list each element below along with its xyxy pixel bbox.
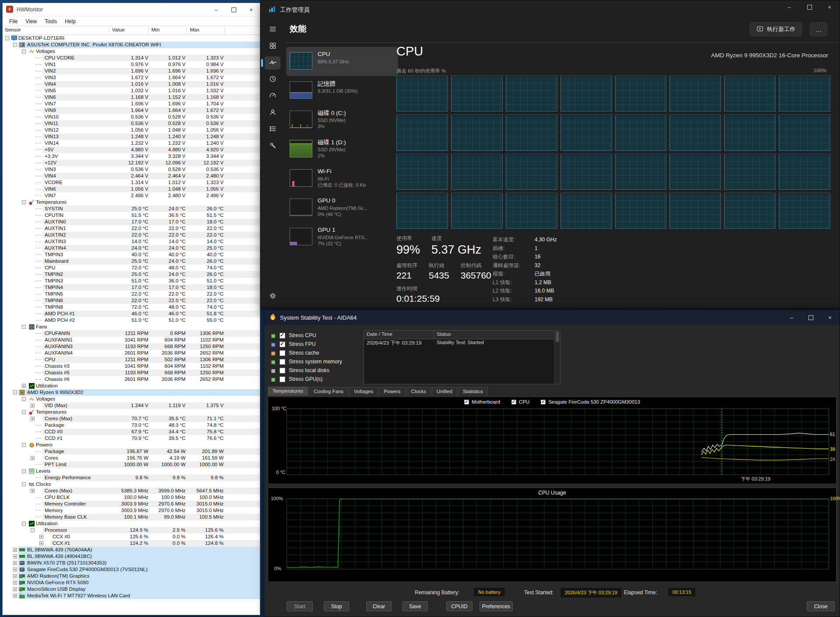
table-row[interactable]: CPU1211 RPM502 RPM1306 RPM: [3, 356, 260, 363]
menu-help[interactable]: Help: [61, 17, 80, 25]
tree-expander[interactable]: +: [13, 561, 17, 565]
table-row[interactable]: VIN91.664 V1.664 V1.672 V: [3, 107, 260, 114]
table-row[interactable]: -Temperatures: [3, 409, 260, 415]
table-row[interactable]: VCORE1.314 V1.012 V1.323 V: [3, 179, 260, 186]
menu-tools[interactable]: Tools: [41, 17, 61, 25]
stress-checkbox[interactable]: [280, 368, 285, 373]
task-manager-titlebar[interactable]: 工作管理員 – ×: [261, 0, 840, 20]
sidebar-item-記憶體[interactable]: 記憶體9.3/31.1 GB (30%): [286, 76, 398, 105]
table-row[interactable]: AMD PCH #251.0 °C51.0 °C55.0 °C: [3, 317, 260, 324]
table-row[interactable]: VIN10.976 V0.976 V0.984 V: [3, 61, 260, 68]
table-row[interactable]: +BL.9BWWA.439 (760A04AA): [3, 547, 260, 553]
stress-checkbox[interactable]: [280, 333, 285, 338]
aida64-titlebar[interactable]: System Stability Test - AIDA64 – ×: [264, 310, 840, 325]
tree-expander[interactable]: +: [13, 554, 17, 558]
rail-performance[interactable]: [265, 56, 280, 70]
tree-expander[interactable]: -: [22, 397, 26, 401]
table-row[interactable]: CPU BCLK100.0 MHz100.0 MHz100.0 MHz: [3, 494, 260, 501]
column-value[interactable]: Value: [112, 27, 125, 32]
tree-expander[interactable]: +: [13, 568, 17, 572]
table-row[interactable]: Chassis #62601 RPM2036 RPM2652 RPM: [3, 376, 260, 383]
table-row[interactable]: AUXTIN017.0 °C17.0 °C18.0 °C: [3, 219, 260, 225]
rail-details[interactable]: [265, 123, 280, 136]
tab-unified[interactable]: Unified: [432, 387, 457, 396]
table-row[interactable]: Package73.0 °C48.3 °C74.8 °C: [3, 422, 260, 429]
stress-checkbox[interactable]: [280, 342, 285, 347]
table-row[interactable]: CPU72.0 °C48.0 °C74.0 °C: [3, 265, 260, 271]
table-row[interactable]: TMPIN872.0 °C48.0 °C74.0 °C: [3, 304, 260, 310]
column-min[interactable]: Min: [151, 27, 160, 32]
tree-expander[interactable]: +: [22, 384, 26, 388]
table-row[interactable]: VIN41.016 V1.008 V1.016 V: [3, 81, 260, 87]
table-row[interactable]: VIN121.056 V1.048 V1.056 V: [3, 127, 260, 133]
save-button[interactable]: Save: [402, 601, 428, 611]
tree-expander[interactable]: +: [13, 587, 17, 591]
aida64-close-button[interactable]: ×: [820, 310, 840, 325]
table-row[interactable]: AUXFANIN31193 RPM668 RPM1250 RPM: [3, 343, 260, 350]
tab-powers[interactable]: Powers: [379, 387, 405, 396]
sidebar-item-磁碟-1-(d:)[interactable]: 磁碟 1 (D:)SSD (NVMe)1%: [286, 135, 398, 164]
table-row[interactable]: Mainboard25.0 °C24.0 °C26.0 °C: [3, 258, 260, 265]
table-row[interactable]: TMPIN351.0 °C36.0 °C51.0 °C: [3, 278, 260, 284]
table-row[interactable]: VIN131.248 V1.240 V1.248 V: [3, 133, 260, 140]
table-row[interactable]: +AMD Radeon(TM) Graphics: [3, 573, 260, 579]
table-row[interactable]: -AMD Ryzen 9 9950X3D2: [3, 389, 260, 396]
stress-option[interactable]: Stress FPU: [270, 340, 342, 349]
table-row[interactable]: CCD #170.9 °C39.5 °C76.6 °C: [3, 435, 260, 442]
table-row[interactable]: Memory3003.9 MHz2970.6 MHz3015.0 MHz: [3, 507, 260, 514]
rail-startup-apps[interactable]: [265, 90, 280, 103]
table-row[interactable]: Chassis #31041 RPM604 RPM1102 RPM: [3, 363, 260, 370]
task-manager-minimize-button[interactable]: –: [779, 0, 799, 14]
column-separator[interactable]: [108, 27, 109, 34]
log-column-datetime[interactable]: Date / Time: [364, 331, 434, 339]
table-row[interactable]: AUXFANIN42601 RPM2036 RPM2652 RPM: [3, 350, 260, 356]
log-column-status[interactable]: Status: [434, 331, 555, 339]
run-new-task-button[interactable]: 執行新工作: [750, 22, 802, 36]
table-row[interactable]: +12V12.192 V12.096 V12.192 V: [3, 160, 260, 166]
table-row[interactable]: -Voltages: [3, 396, 260, 402]
tree-expander[interactable]: +: [31, 417, 35, 421]
table-row[interactable]: -Processor124.9 %2.5 %125.6 %: [3, 527, 260, 533]
tree-expander[interactable]: +: [13, 594, 17, 598]
column-separator[interactable]: [148, 27, 149, 34]
stress-option[interactable]: Stress local disks: [270, 366, 342, 375]
table-row[interactable]: -Levels: [3, 468, 260, 474]
stress-option[interactable]: Stress GPU(s): [270, 375, 342, 383]
task-manager-maximize-button[interactable]: [799, 0, 819, 14]
menu-file[interactable]: File: [5, 17, 21, 25]
aida64-minimize-button[interactable]: –: [782, 310, 801, 325]
table-row[interactable]: +NVIDIA GeForce RTX 5090: [3, 579, 260, 586]
table-row[interactable]: PPT Limit1000.00 W1000.00 W1000.00 W: [3, 461, 260, 468]
rail-app-history[interactable]: [265, 73, 280, 86]
table-row[interactable]: +CCX #0125.6 %0.0 %126.4 %: [3, 533, 260, 540]
table-row[interactable]: Chassis #51193 RPM668 RPM1250 RPM: [3, 370, 260, 376]
table-row[interactable]: +Cores (Max)70.7 °C35.5 °C71.1 °C: [3, 415, 260, 422]
table-row[interactable]: CPUTIN51.5 °C36.5 °C51.5 °C: [3, 212, 260, 219]
rail-processes[interactable]: [265, 40, 280, 53]
tree-expander[interactable]: -: [22, 410, 26, 414]
stress-option[interactable]: Stress system memory: [270, 357, 342, 366]
table-row[interactable]: VIN71.696 V1.696 V1.704 V: [3, 101, 260, 107]
clear-button[interactable]: Clear: [366, 601, 392, 611]
table-row[interactable]: AUXTIN222.0 °C22.0 °C22.0 °C: [3, 232, 260, 238]
tree-expander[interactable]: -: [22, 200, 26, 204]
table-row[interactable]: VIN61.168 V1.152 V1.168 V: [3, 94, 260, 101]
hwmonitor-titlebar[interactable]: HWMonitor – ×: [3, 3, 260, 17]
tree-expander[interactable]: +: [31, 489, 35, 493]
sidebar-item-磁碟-0-(c:)[interactable]: 磁碟 0 (C:)SSD (NVMe)3%: [286, 105, 398, 135]
table-row[interactable]: +Cores (Max)5385.3 MHz3599.0 MHz5647.5 M…: [3, 488, 260, 494]
table-row[interactable]: -Powers: [3, 442, 260, 448]
tree-expander[interactable]: -: [22, 49, 26, 53]
table-row[interactable]: -ASUSTeK COMPUTER INC. ProArt X870E-CREA…: [3, 42, 260, 48]
hwmonitor-minimize-button[interactable]: –: [207, 3, 225, 16]
table-row[interactable]: +VID (Max)1.244 V1.119 V1.375 V: [3, 402, 260, 409]
legend-checkbox[interactable]: [464, 400, 469, 404]
table-row[interactable]: -Temperatures: [3, 199, 260, 206]
tab-cooling-fans[interactable]: Cooling Fans: [309, 387, 348, 396]
table-row[interactable]: Memory Controller3003.9 MHz2970.6 MHz301…: [3, 501, 260, 507]
column-max[interactable]: Max: [190, 27, 200, 32]
table-row[interactable]: Energy Performance9.8 %9.8 %9.8 %: [3, 474, 260, 481]
table-row[interactable]: CPUFANIN1211 RPM0 RPM1306 RPM: [3, 330, 260, 337]
aida64-maximize-button[interactable]: [801, 310, 820, 325]
column-separator[interactable]: [186, 27, 187, 34]
